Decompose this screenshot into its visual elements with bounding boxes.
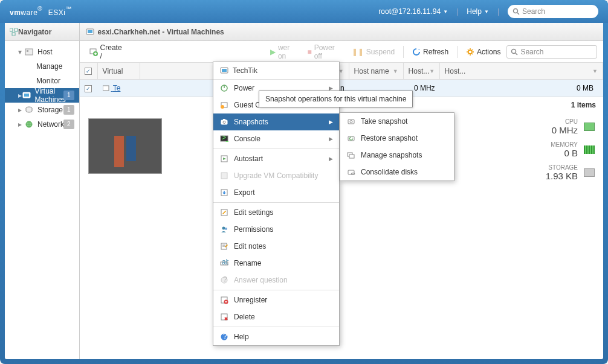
svg-point-33 xyxy=(221,105,224,109)
titlebar: vmware® ESXi™ root@172.16.11.94▼ | Help▼… xyxy=(0,0,608,23)
search-icon xyxy=(513,8,520,15)
svg-text:>_: >_ xyxy=(222,135,228,142)
ctx-autostart[interactable]: Autostart▶ xyxy=(213,150,339,167)
ctx-edit-notes[interactable]: Edit notes xyxy=(213,238,339,255)
rename-icon: ab| xyxy=(219,258,229,268)
ctx-answer: ?Answer question xyxy=(213,272,339,289)
poweron-button[interactable]: ▶ wer on xyxy=(267,42,302,62)
upgrade-icon xyxy=(219,171,229,180)
nav-manage[interactable]: Manage xyxy=(5,59,79,74)
sub-manage-snapshots[interactable]: Manage snapshots xyxy=(340,147,454,164)
svg-point-0 xyxy=(514,9,518,13)
navigator-panel: Navigator ▾ Host Manage Monitor ▸ Virtua… xyxy=(5,23,80,359)
main-header: esxi.Charkheh.net - Virtual Machines xyxy=(80,23,603,41)
svg-point-43 xyxy=(222,227,225,230)
nav-storage[interactable]: ▸ Storage 1 xyxy=(5,103,79,117)
toolbar-search[interactable]: Search xyxy=(506,45,597,59)
refresh-icon xyxy=(412,48,421,56)
memory-icon xyxy=(584,145,595,154)
create-vm-button[interactable]: Create / xyxy=(86,42,127,62)
svg-point-16 xyxy=(468,50,472,54)
play-icon: ▶ xyxy=(270,48,276,56)
storage-icon xyxy=(584,168,595,177)
svg-rect-2 xyxy=(10,28,13,31)
nav-host[interactable]: ▾ Host xyxy=(5,45,79,59)
svg-rect-9 xyxy=(24,94,29,97)
sub-restore-snapshot[interactable]: Restore snapshot xyxy=(340,130,454,147)
question-icon: ? xyxy=(219,275,229,285)
main-panel: esxi.Charkheh.net - Virtual Machines Cre… xyxy=(80,23,603,359)
ctx-edit-settings[interactable]: Edit settings xyxy=(213,204,339,221)
global-search[interactable]: Search xyxy=(508,5,598,18)
edit-icon xyxy=(219,208,229,217)
svg-line-24 xyxy=(472,49,473,50)
svg-rect-27 xyxy=(103,86,109,91)
ctx-help[interactable]: ?Help xyxy=(213,328,339,345)
svg-point-25 xyxy=(512,49,516,53)
power-icon xyxy=(219,83,229,93)
svg-rect-3 xyxy=(15,28,18,31)
networking-icon xyxy=(24,120,34,129)
ctx-permissions[interactable]: Permissions xyxy=(213,221,339,238)
navigator-icon xyxy=(10,28,18,36)
delete-icon xyxy=(219,312,229,322)
consolidate-icon xyxy=(346,167,356,177)
svg-rect-4 xyxy=(12,33,15,36)
sub-take-snapshot[interactable]: Take snapshot xyxy=(340,113,454,130)
console-icon: >_ xyxy=(219,134,229,144)
vm-icon xyxy=(219,66,229,75)
help-menu[interactable]: Help▼ xyxy=(467,7,489,16)
caret-icon: ▾ xyxy=(18,48,24,56)
caret-icon: ▸ xyxy=(18,120,24,129)
nav-virtual-machines[interactable]: ▸ Virtual Machines 1 xyxy=(5,88,79,103)
caret-icon: ▸ xyxy=(18,91,22,100)
gear-icon xyxy=(466,48,474,56)
svg-line-1 xyxy=(517,13,519,14)
host-icon xyxy=(24,47,34,57)
autostart-icon xyxy=(219,154,229,164)
svg-line-26 xyxy=(516,53,517,55)
ctx-rename[interactable]: ab|Rename xyxy=(213,255,339,272)
svg-rect-36 xyxy=(223,119,225,120)
ctx-console[interactable]: >_Console▶ xyxy=(213,130,339,147)
svg-rect-62 xyxy=(349,155,354,158)
create-icon xyxy=(89,48,98,56)
ctx-snapshots[interactable]: Snapshots▶ xyxy=(213,113,339,130)
poweroff-button[interactable]: ■ Power off xyxy=(303,42,345,62)
svg-line-21 xyxy=(468,49,468,50)
nav-networking[interactable]: ▸ Networking 2 xyxy=(5,117,79,132)
suspend-button[interactable]: ❚❚ Suspend xyxy=(348,46,398,58)
guest-icon xyxy=(219,100,229,110)
toolbar: Create / ▶ wer on ■ Power off ❚❚ Suspend xyxy=(80,41,603,63)
snapshot-icon xyxy=(219,117,229,127)
row-checkbox[interactable]: ✓ xyxy=(85,85,92,92)
vm-icon xyxy=(103,85,110,92)
sub-consolidate-disks[interactable]: Consolidate disks xyxy=(340,164,454,180)
storage-icon xyxy=(24,105,34,115)
ctx-delete[interactable]: Delete xyxy=(213,308,339,325)
svg-point-44 xyxy=(225,228,227,230)
export-icon xyxy=(219,188,229,197)
svg-rect-13 xyxy=(88,30,92,33)
actions-button[interactable]: Actions xyxy=(462,46,504,58)
svg-text:?: ? xyxy=(223,276,227,284)
vmware-logo: vmware® ESXi™ xyxy=(10,5,72,18)
svg-text:?: ? xyxy=(223,333,227,340)
ctx-unregister[interactable]: Unregister xyxy=(213,292,339,308)
nav-monitor[interactable]: Monitor xyxy=(5,74,79,88)
vm-thumbnail[interactable] xyxy=(88,118,162,174)
permissions-icon xyxy=(219,225,229,234)
ctx-export[interactable]: Export xyxy=(213,184,339,201)
search-icon xyxy=(511,48,518,56)
esxi-window: vmware® ESXi™ root@172.16.11.94▼ | Help▼… xyxy=(0,0,608,364)
navigator-header: Navigator xyxy=(5,23,79,41)
svg-rect-5 xyxy=(25,49,33,55)
unregister-icon xyxy=(219,295,229,305)
restore-snapshot-icon xyxy=(346,133,356,143)
select-all-checkbox[interactable]: ✓ xyxy=(85,68,92,75)
refresh-button[interactable]: Refresh xyxy=(409,46,452,58)
cpu-icon xyxy=(584,123,595,131)
user-menu[interactable]: root@172.16.11.94▼ xyxy=(378,7,448,16)
grid-header: ✓ Virtual d space▼ Guest OS▼ Host name▼ … xyxy=(80,63,603,80)
svg-rect-29 xyxy=(222,69,227,72)
